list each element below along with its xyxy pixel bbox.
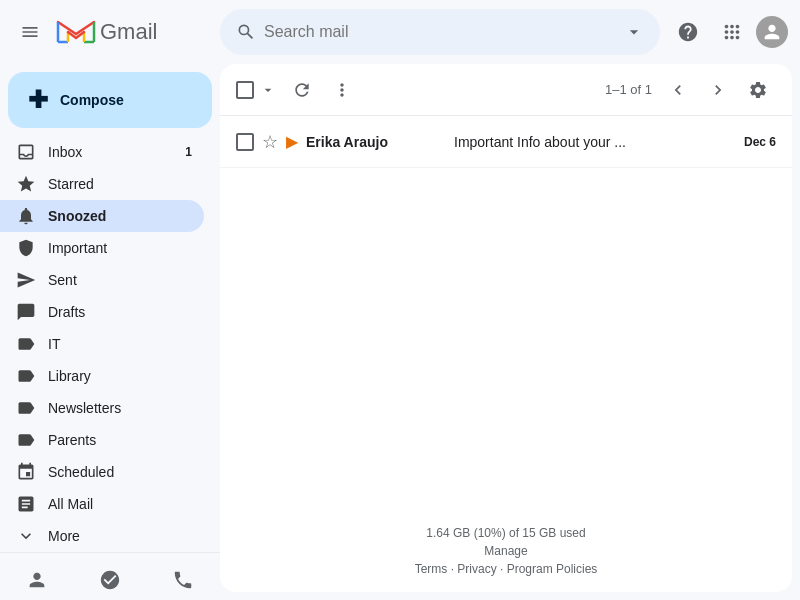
it-label: IT <box>48 336 192 352</box>
starred-icon <box>16 174 36 194</box>
content-footer: 1.64 GB (10%) of 15 GB used Manage Terms… <box>220 510 792 592</box>
toolbar-left <box>236 72 360 108</box>
program-policies-link[interactable]: Program Policies <box>507 562 598 576</box>
sidebar-item-newsletters[interactable]: Newsletters <box>0 392 204 424</box>
sidebar-item-sent[interactable]: Sent <box>0 264 204 296</box>
inbox-icon <box>16 142 36 162</box>
snoozed-icon <box>16 206 36 226</box>
help-button[interactable] <box>668 12 708 52</box>
email-content: 1–1 of 1 ☆ ▶ Erika Araujo Important Info… <box>220 64 792 592</box>
manage-link[interactable]: Manage <box>484 544 527 558</box>
inbox-badge: 1 <box>185 145 192 159</box>
more-options-button[interactable] <box>324 72 360 108</box>
gmail-logo: Gmail <box>56 18 157 46</box>
sidebar-item-it[interactable]: IT <box>0 328 204 360</box>
sidebar-item-starred[interactable]: Starred <box>0 168 204 200</box>
starred-label: Starred <box>48 176 192 192</box>
newsletters-label: Newsletters <box>48 400 192 416</box>
email-star-button[interactable]: ☆ <box>262 131 278 153</box>
compose-plus-icon: ✚ <box>28 88 48 112</box>
toolbar-right: 1–1 of 1 <box>605 72 776 108</box>
sidebar-item-more[interactable]: More <box>0 520 204 552</box>
apps-button[interactable] <box>712 12 752 52</box>
inbox-label: Inbox <box>48 144 185 160</box>
topbar: Gmail <box>0 0 800 64</box>
footer-links: Manage <box>236 544 776 558</box>
topbar-right <box>668 12 788 52</box>
sidebar-item-snoozed[interactable]: Snoozed 1 <box>0 200 204 232</box>
avatar[interactable] <box>756 16 788 48</box>
storage-text: 1.64 GB (10%) of 15 GB used <box>426 526 585 540</box>
email-subject: Important Info about your ... <box>454 134 736 150</box>
snoozed-label: Snoozed <box>48 208 192 224</box>
search-dropdown-icon[interactable] <box>624 22 644 42</box>
settings-button[interactable] <box>740 72 776 108</box>
sidebar-bottom <box>0 552 220 600</box>
it-label-icon <box>16 334 36 354</box>
sent-icon <box>16 270 36 290</box>
allmail-label: All Mail <box>48 496 192 512</box>
email-checkbox[interactable] <box>236 133 254 151</box>
sent-label: Sent <box>48 272 192 288</box>
sidebar-item-allmail[interactable]: All Mail <box>0 488 204 520</box>
refresh-button[interactable] <box>284 72 320 108</box>
library-label: Library <box>48 368 192 384</box>
drafts-icon <box>16 302 36 322</box>
more-label: More <box>48 528 192 544</box>
storage-info: 1.64 GB (10%) of 15 GB used <box>236 526 776 540</box>
phone-button[interactable] <box>164 561 202 599</box>
page-info: 1–1 of 1 <box>605 82 652 97</box>
email-sender: Erika Araujo <box>306 134 446 150</box>
search-bar[interactable] <box>220 9 660 55</box>
sidebar-item-parents[interactable]: Parents <box>0 424 204 456</box>
scheduled-label: Scheduled <box>48 464 192 480</box>
sidebar-item-drafts[interactable]: Drafts <box>0 296 204 328</box>
important-icon <box>16 238 36 258</box>
more-icon <box>16 526 36 546</box>
sidebar-item-important[interactable]: Important <box>0 232 204 264</box>
allmail-icon <box>16 494 36 514</box>
footer-policy-links: Terms · Privacy · Program Policies <box>236 562 776 576</box>
parents-label-icon <box>16 430 36 450</box>
search-input[interactable] <box>264 23 624 41</box>
newsletters-label-icon <box>16 398 36 418</box>
sidebar-item-library[interactable]: Library <box>0 360 204 392</box>
main-layout: ✚ Compose Inbox 1 Starred Snoozed 1 <box>0 64 800 600</box>
compose-button[interactable]: ✚ Compose <box>8 72 212 128</box>
mail-toolbar: 1–1 of 1 <box>220 64 792 116</box>
app-name-label: Gmail <box>100 19 157 45</box>
privacy-link[interactable]: Privacy <box>457 562 496 576</box>
sidebar-item-scheduled[interactable]: Scheduled <box>0 456 204 488</box>
table-row[interactable]: ☆ ▶ Erika Araujo Important Info about yo… <box>220 116 792 168</box>
important-label: Important <box>48 240 192 256</box>
sidebar-item-inbox[interactable]: Inbox 1 <box>0 136 204 168</box>
drafts-label: Drafts <box>48 304 192 320</box>
prev-page-button[interactable] <box>660 72 696 108</box>
contacts-button[interactable] <box>18 561 56 599</box>
next-page-button[interactable] <box>700 72 736 108</box>
select-all-checkbox[interactable] <box>236 81 254 99</box>
terms-link[interactable]: Terms <box>415 562 448 576</box>
email-date: Dec 6 <box>744 135 776 149</box>
library-label-icon <box>16 366 36 386</box>
sidebar: ✚ Compose Inbox 1 Starred Snoozed 1 <box>0 64 220 600</box>
menu-button[interactable] <box>12 14 48 50</box>
email-list: ☆ ▶ Erika Araujo Important Info about yo… <box>220 116 792 510</box>
scheduled-icon <box>16 462 36 482</box>
email-important-marker[interactable]: ▶ <box>286 132 298 151</box>
tasks-button[interactable] <box>91 561 129 599</box>
topbar-left: Gmail <box>12 14 212 50</box>
select-checkbox-area <box>236 78 280 102</box>
select-dropdown-button[interactable] <box>256 78 280 102</box>
parents-label: Parents <box>48 432 192 448</box>
compose-label: Compose <box>60 92 124 108</box>
